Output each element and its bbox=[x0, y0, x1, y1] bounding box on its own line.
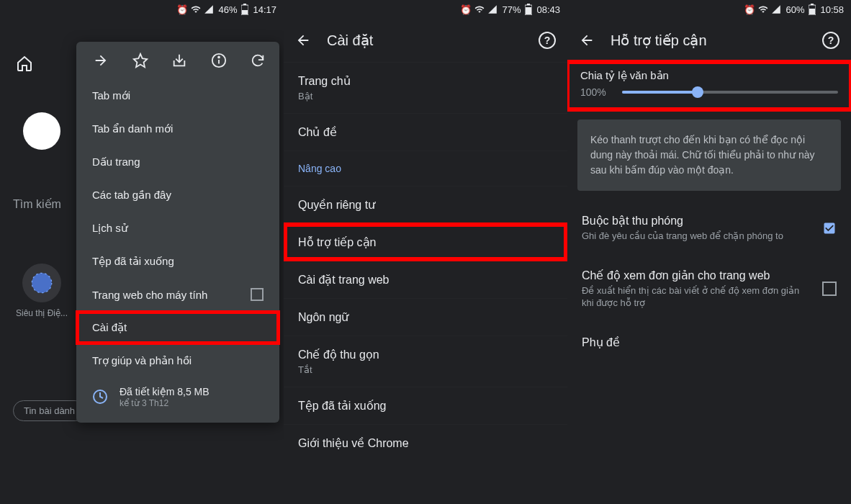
menu-new-incognito[interactable]: Tab ẩn danh mới bbox=[76, 112, 279, 145]
text-scaling-section: Chia tỷ lệ văn bản 100% bbox=[567, 62, 851, 109]
statusbar: ⏰ 77% 08:43 bbox=[284, 0, 567, 19]
shortcut-icon bbox=[22, 264, 61, 302]
simplified-sub: Đề xuất hiển thị các bài viết ở chế độ x… bbox=[582, 284, 812, 310]
force-zoom-row[interactable]: Buộc bật thu phóng Ghi đè yêu cầu của tr… bbox=[567, 201, 851, 256]
menu-new-tab[interactable]: Tab mới bbox=[76, 79, 279, 112]
page-title: Cài đặt bbox=[327, 32, 523, 49]
alarm-icon: ⏰ bbox=[176, 4, 188, 15]
svg-rect-13 bbox=[809, 9, 815, 14]
text-scaling-value: 100% bbox=[580, 86, 612, 98]
battery-icon bbox=[809, 4, 816, 15]
battery-icon bbox=[525, 4, 532, 15]
shortcut-tile[interactable]: Siêu thị Điệ... bbox=[13, 264, 71, 318]
alarm-icon: ⏰ bbox=[460, 4, 472, 15]
svg-rect-10 bbox=[526, 7, 531, 14]
reload-icon[interactable] bbox=[249, 52, 266, 69]
statusbar: ⏰ 60% 10:58 bbox=[567, 0, 851, 19]
star-icon[interactable] bbox=[132, 52, 149, 69]
force-zoom-checkbox[interactable] bbox=[822, 221, 837, 235]
forward-icon[interactable] bbox=[92, 52, 109, 69]
wifi-icon bbox=[474, 4, 485, 14]
svg-point-7 bbox=[218, 57, 220, 58]
page-title: Hỗ trợ tiếp cận bbox=[611, 32, 806, 49]
svg-rect-2 bbox=[243, 4, 246, 5]
search-bar[interactable]: Tìm kiếm bbox=[13, 197, 61, 211]
menu-help[interactable]: Trợ giúp và phản hồi bbox=[76, 344, 279, 377]
simplified-view-row[interactable]: Chế độ xem đơn giản cho trang web Đề xuấ… bbox=[567, 256, 851, 323]
clock: 14:17 bbox=[253, 4, 276, 15]
simplified-title: Chế độ xem đơn giản cho trang web bbox=[582, 269, 812, 282]
clock: 10:58 bbox=[820, 4, 844, 15]
simplified-checkbox[interactable] bbox=[822, 282, 837, 296]
shortcut-label: Siêu thị Điệ... bbox=[13, 308, 71, 318]
download-icon[interactable] bbox=[171, 52, 188, 69]
force-zoom-sub: Ghi đè yêu cầu của trang web để chặn phó… bbox=[582, 230, 812, 243]
back-icon[interactable] bbox=[295, 32, 311, 48]
force-zoom-title: Buộc bật thu phóng bbox=[582, 214, 812, 228]
screen-2-settings: ⏰ 77% 08:43 Cài đặt ? Trang chủ Bật Chủ … bbox=[284, 0, 567, 504]
preview-text: Kéo thanh trượt cho đến khi bạn có thể đ… bbox=[590, 132, 828, 178]
settings-advanced-header: Nâng cao bbox=[284, 150, 567, 186]
google-logo-partial bbox=[23, 112, 60, 150]
text-scaling-label: Chia tỷ lệ văn bản bbox=[580, 69, 838, 82]
desktop-checkbox[interactable] bbox=[251, 288, 264, 301]
settings-theme[interactable]: Chủ đề bbox=[284, 113, 567, 150]
settings-language[interactable]: Ngôn ngữ bbox=[284, 298, 567, 336]
battery-pct: 46% bbox=[218, 4, 237, 15]
menu-desktop-site[interactable]: Trang web cho máy tính bbox=[76, 278, 279, 311]
overflow-menu: Tab mới Tab ẩn danh mới Dấu trang Các ta… bbox=[76, 42, 279, 423]
signal-icon bbox=[204, 4, 214, 14]
data-saver-sub: kể từ 3 Th12 bbox=[120, 398, 210, 408]
slider-fill bbox=[622, 91, 698, 94]
help-icon[interactable]: ? bbox=[822, 32, 839, 49]
battery-pct: 60% bbox=[785, 4, 804, 15]
appbar: Cài đặt ? bbox=[284, 19, 567, 62]
text-scaling-slider[interactable] bbox=[622, 91, 838, 94]
settings-about[interactable]: Giới thiệu về Chrome bbox=[284, 424, 567, 462]
svg-rect-14 bbox=[811, 4, 814, 5]
data-saver-title: Đã tiết kiệm 8,5 MB bbox=[120, 386, 210, 398]
home-icon[interactable] bbox=[16, 55, 33, 72]
wifi-icon bbox=[758, 4, 768, 14]
help-icon[interactable]: ? bbox=[539, 32, 556, 49]
search-placeholder: Tìm kiếm bbox=[13, 197, 61, 211]
signal-icon bbox=[771, 4, 781, 14]
appbar: Hỗ trợ tiếp cận ? bbox=[567, 19, 851, 62]
menu-data-saver[interactable]: Đã tiết kiệm 8,5 MB kể từ 3 Th12 bbox=[76, 377, 279, 417]
settings-downloads[interactable]: Tệp đã tải xuống bbox=[284, 387, 567, 424]
screen-3-accessibility: ⏰ 60% 10:58 Hỗ trợ tiếp cận ? Chia tỷ lệ… bbox=[567, 0, 851, 504]
alarm-icon: ⏰ bbox=[744, 4, 755, 15]
settings-accessibility[interactable]: Hỗ trợ tiếp cận bbox=[284, 223, 567, 261]
screen-1-chrome-menu: ⏰ 46% 14:17 Tìm kiếm Siêu thị Điệ... f bbox=[0, 0, 284, 504]
menu-bookmarks[interactable]: Dấu trang bbox=[76, 145, 279, 179]
settings-homepage[interactable]: Trang chủ Bật bbox=[284, 62, 567, 113]
settings-privacy[interactable]: Quyền riêng tư bbox=[284, 186, 567, 223]
slider-thumb[interactable] bbox=[692, 86, 703, 98]
signal-icon bbox=[487, 4, 497, 14]
wifi-icon bbox=[191, 4, 201, 14]
menu-history[interactable]: Lịch sử bbox=[76, 212, 279, 245]
settings-site[interactable]: Cài đặt trang web bbox=[284, 261, 567, 298]
statusbar: ⏰ 46% 14:17 bbox=[0, 0, 284, 19]
svg-rect-11 bbox=[527, 4, 530, 5]
preview-card: Kéo thanh trượt cho đến khi bạn có thể đ… bbox=[577, 120, 841, 191]
info-icon[interactable] bbox=[210, 52, 228, 69]
menu-downloads[interactable]: Tệp đã tải xuống bbox=[76, 245, 279, 278]
data-saver-icon bbox=[91, 387, 109, 406]
menu-settings[interactable]: Cài đặt bbox=[76, 311, 279, 344]
battery-pct: 77% bbox=[502, 4, 521, 15]
svg-rect-1 bbox=[242, 10, 248, 14]
settings-lite-mode[interactable]: Chế độ thu gọn Tắt bbox=[284, 336, 567, 387]
back-icon[interactable] bbox=[579, 32, 595, 48]
battery-icon bbox=[241, 4, 248, 15]
suggest-chip[interactable]: Tin bài dành bbox=[13, 400, 86, 421]
clock: 08:43 bbox=[536, 4, 560, 15]
menu-recent-tabs[interactable]: Các tab gần đây bbox=[76, 179, 279, 212]
captions-row[interactable]: Phụ đề bbox=[567, 323, 851, 362]
